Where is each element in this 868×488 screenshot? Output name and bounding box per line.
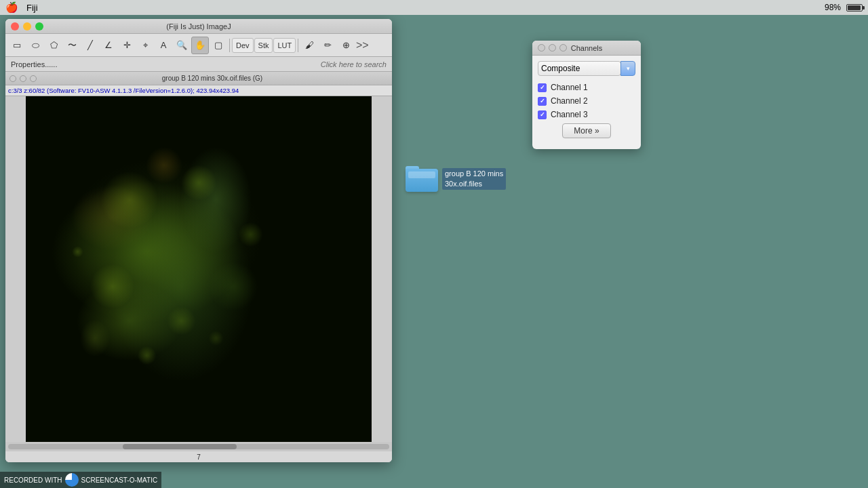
tool-wand[interactable]: ⌖ <box>136 37 154 54</box>
battery-icon <box>846 4 863 12</box>
toolbar-separator-1 <box>229 39 230 52</box>
tool-text[interactable]: A <box>155 37 172 54</box>
screencast-app-name: SCREENCAST-O-MATIC <box>81 476 158 484</box>
image-window-titlebar: group B 120 mins 30x.oif.files (G) <box>5 72 392 85</box>
channel-1-label: Channel 1 <box>551 83 588 92</box>
scrollbar-track-h[interactable] <box>8 444 389 449</box>
stk-button[interactable]: Stk <box>254 38 273 53</box>
search-hint[interactable]: Click here to search <box>321 60 387 68</box>
menubar-right: 98% <box>825 3 863 12</box>
toolbar-separator-2 <box>298 39 298 52</box>
microscopy-image <box>26 96 372 442</box>
imagej-window: (Fiji Is Just) ImageJ ▭ ⬭ ⬠ 〜 ╱ ∠ ✛ ⌖ A … <box>5 19 392 462</box>
channel-3-label: Channel 3 <box>551 110 588 119</box>
properties-bar: Properties...... Click here to search <box>5 57 392 72</box>
folder-icon <box>406 166 438 192</box>
checkbox-check-1: ✓ <box>540 84 545 91</box>
iw-minimize[interactable] <box>20 75 26 82</box>
scrollbar-thumb-h[interactable] <box>123 444 237 449</box>
window-controls <box>11 22 43 30</box>
image-subwindow: group B 120 mins 30x.oif.files (G) c:3/3… <box>5 72 392 462</box>
window-title: (Fiji Is Just) ImageJ <box>166 22 231 30</box>
folder-label-line1: group B 120 mins <box>445 169 503 179</box>
composite-select[interactable]: Composite Color Grayscale <box>538 61 621 76</box>
tool-brush[interactable]: 🖌 <box>300 37 318 54</box>
more-button[interactable]: More » <box>562 123 610 138</box>
desktop-folder[interactable]: group B 120 mins 30x.oif.files <box>406 166 506 192</box>
lut-button[interactable]: LUT <box>273 38 296 53</box>
frame-indicator: 7 <box>5 451 392 462</box>
imagej-titlebar: (Fiji Is Just) ImageJ <box>5 19 392 34</box>
image-window-controls <box>9 75 37 82</box>
tool-line[interactable]: ╱ <box>81 37 99 54</box>
menubar: 🍎 Fiji 98% <box>0 0 868 15</box>
checkbox-check-3: ✓ <box>540 111 545 118</box>
frame-number: 7 <box>197 453 201 461</box>
channels-titlebar: Channels <box>532 41 641 56</box>
horizontal-scrollbar[interactable] <box>5 442 392 451</box>
minimize-button[interactable] <box>23 22 31 30</box>
image-info-text: c:3/3 z:60/82 (Software: FV10-ASW 4.1.1.… <box>8 87 239 94</box>
tool-hand[interactable]: ✋ <box>191 37 209 54</box>
tool-angle[interactable]: ∠ <box>100 37 117 54</box>
channels-controls <box>538 44 567 52</box>
tool-freehand[interactable]: 〜 <box>63 37 81 54</box>
checkbox-check-2: ✓ <box>540 98 545 104</box>
channels-minimize[interactable] <box>549 44 556 52</box>
toolbar: ▭ ⬭ ⬠ 〜 ╱ ∠ ✛ ⌖ A 🔍 ✋ ▢ Dev Stk LUT 🖌 ✏ … <box>5 34 392 57</box>
folder-label-line2: 30x.oif.files <box>445 179 503 189</box>
channels-panel-title: Channels <box>571 44 602 52</box>
screencast-logo <box>65 473 79 487</box>
tool-rectangle[interactable]: ▭ <box>8 37 26 54</box>
iw-close[interactable] <box>9 75 16 82</box>
recorded-with-text: RECORDED WITH <box>4 476 62 484</box>
menubar-fiji[interactable]: Fiji <box>26 3 38 13</box>
channel-2-label: Channel 2 <box>551 96 588 106</box>
channel-2-row: ✓ Channel 2 <box>538 96 635 106</box>
channels-close[interactable] <box>538 44 545 52</box>
channels-maximize[interactable] <box>559 44 567 52</box>
maximize-button[interactable] <box>35 22 43 30</box>
tool-pencil[interactable]: ✏ <box>319 37 336 54</box>
tool-polygon[interactable]: ⬠ <box>45 37 62 54</box>
folder-icon-wrapper: group B 120 mins 30x.oif.files <box>406 166 506 192</box>
composite-select-wrap: Composite Color Grayscale ▾ <box>538 61 635 76</box>
channel-1-row: ✓ Channel 1 <box>538 83 635 92</box>
image-info-bar: c:3/3 z:60/82 (Software: FV10-ASW 4.1.1.… <box>5 85 392 96</box>
iw-maximize[interactable] <box>30 75 37 82</box>
properties-label: Properties...... <box>11 60 57 68</box>
watermark: RECORDED WITH SCREENCAST-O-MATIC <box>0 472 161 488</box>
tool-oval[interactable]: ⬭ <box>26 37 44 54</box>
image-window-title: group B 120 mins 30x.oif.files (G) <box>37 75 388 82</box>
channels-body: Composite Color Grayscale ▾ ✓ Channel 1 … <box>532 56 641 149</box>
dev-button[interactable]: Dev <box>232 38 254 53</box>
composite-arrow[interactable]: ▾ <box>620 61 635 76</box>
channels-panel: Channels Composite Color Grayscale ▾ ✓ C… <box>532 41 641 149</box>
channel-3-checkbox[interactable]: ✓ <box>538 110 547 119</box>
channel-3-row: ✓ Channel 3 <box>538 110 635 119</box>
micro-glow <box>26 96 372 442</box>
more-tools-button[interactable]: >> <box>355 37 369 54</box>
close-button[interactable] <box>11 22 19 30</box>
folder-label-box: group B 120 mins 30x.oif.files <box>442 168 506 190</box>
channel-1-checkbox[interactable]: ✓ <box>538 83 547 92</box>
apple-menu[interactable]: 🍎 <box>5 1 18 14</box>
tool-rect2[interactable]: ▢ <box>210 37 227 54</box>
battery-percentage: 98% <box>825 3 841 12</box>
folder-highlight <box>408 171 435 178</box>
folder-body <box>406 169 438 192</box>
channel-2-checkbox[interactable]: ✓ <box>538 97 547 106</box>
tool-point[interactable]: ✛ <box>118 37 136 54</box>
tool-flood[interactable]: ⊕ <box>337 37 355 54</box>
tool-zoom[interactable]: 🔍 <box>173 37 191 54</box>
